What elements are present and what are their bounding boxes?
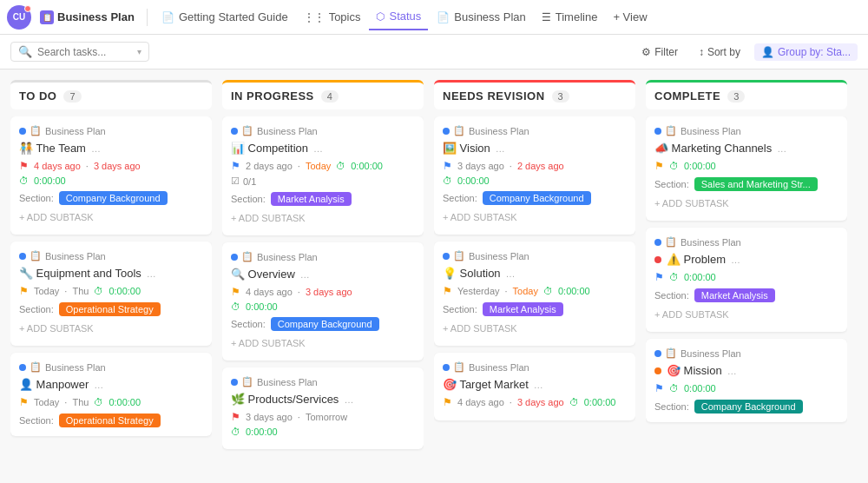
filter-button[interactable]: ⚙ Filter: [635, 43, 685, 61]
card-section: Section: Company Background: [443, 191, 627, 205]
filter-label: Filter: [654, 46, 678, 58]
card-products[interactable]: 📋 Business Plan 🌿 Products/Services … ⚑ …: [222, 367, 424, 449]
section-label: Section:: [443, 304, 477, 314]
expand-icon: …: [94, 380, 103, 390]
board-icon: 📋: [241, 125, 253, 136]
card-overview[interactable]: 📋 Business Plan 🔍 Overview … ⚑ 4 days ag…: [222, 242, 424, 361]
project-name: Business Plan: [45, 362, 106, 373]
tab-add-view-label: + View: [613, 10, 647, 23]
card-manpower[interactable]: 📋 Business Plan 👤 Manpower … ⚑ Today · T…: [10, 353, 212, 436]
time-value: 0:00:00: [108, 397, 141, 407]
card-the-team[interactable]: 📋 Business Plan 🧑‍🤝‍🧑 The Team … ⚑ 4 day…: [10, 116, 212, 235]
project-dot: [443, 253, 450, 260]
add-subtask-button[interactable]: + ADD SUBTASK: [19, 208, 203, 226]
board-icon: 📋: [665, 125, 677, 136]
project-name: Business Plan: [257, 377, 318, 387]
section-label: Section:: [19, 193, 54, 203]
time-value: 0:00:00: [246, 301, 278, 312]
tab-getting-started[interactable]: 📄 Getting Started Guide: [155, 4, 295, 30]
card-project: 📋 Business Plan: [654, 125, 838, 136]
time-icon: ⏱: [669, 272, 679, 282]
inprogress-title: IN PROGRESS: [231, 89, 314, 103]
card-problem[interactable]: 📋 Business Plan ⚠️ Problem … ⚑ ⏱ 0:00:00…: [646, 228, 847, 332]
expand-icon: …: [91, 143, 101, 154]
card-competition[interactable]: 📋 Business Plan 📊 Competition … ⚑ 2 days…: [222, 116, 424, 235]
task-title: 🖼️ Vision: [443, 142, 490, 155]
section-tag[interactable]: Company Background: [59, 191, 168, 205]
task-title: 🔧 Equipment and Tools: [19, 267, 141, 280]
section-tag[interactable]: Market Analysis: [483, 302, 563, 316]
nav-divider: [147, 9, 148, 26]
add-subtask-button[interactable]: + ADD SUBTASK: [443, 320, 627, 337]
section-label: Section:: [443, 193, 477, 203]
task-title: 🔍 Overview: [231, 268, 295, 281]
expand-icon: …: [731, 255, 740, 265]
add-subtask-button[interactable]: + ADD SUBTASK: [231, 334, 415, 352]
add-subtask-button[interactable]: + ADD SUBTASK: [19, 320, 203, 337]
project-dot: [654, 239, 661, 246]
time-value: 0:00:00: [558, 286, 590, 296]
card-project: 📋 Business Plan: [19, 361, 203, 373]
add-subtask-button[interactable]: + ADD SUBTASK: [654, 195, 838, 212]
group-by-button[interactable]: 👤 Group by: Sta...: [754, 43, 858, 61]
add-subtask-button[interactable]: + ADD SUBTASK: [654, 306, 838, 323]
flag-icon: ⚑: [231, 411, 240, 423]
sort-button[interactable]: ↕ Sort by: [692, 43, 747, 61]
card-meta: ⚑ 2 days ago · Today ⏱ 0:00:00: [231, 160, 415, 172]
card-title: 🎯 Mission …: [654, 364, 838, 377]
card-project: 📋 Business Plan: [443, 125, 627, 136]
nav-tabs: 📄 Getting Started Guide ⋮⋮ Topics ⬡ Stat…: [155, 4, 654, 30]
sort-icon: ↕: [699, 46, 704, 58]
date-start: Today: [34, 286, 59, 296]
needsrevision-scroll: 📋 Business Plan 🖼️ Vision … ⚑ 3 days ago…: [434, 116, 635, 473]
card-target-market[interactable]: 📋 Business Plan 🎯 Target Market … ⚑ 4 da…: [434, 353, 635, 420]
add-subtask-button[interactable]: + ADD SUBTASK: [443, 208, 627, 226]
project-name: Business Plan: [45, 251, 106, 261]
card-mission[interactable]: 📋 Business Plan 🎯 Mission … ⚑ ⏱ 0:00:00 …: [646, 339, 847, 422]
section-tag[interactable]: Operational Strategy: [59, 414, 161, 427]
search-input[interactable]: [37, 46, 132, 58]
card-time: ⏱ 0:00:00: [231, 427, 415, 437]
section-tag[interactable]: Market Analysis: [694, 288, 775, 302]
project-name: Business Plan: [469, 251, 529, 261]
workspace-switcher[interactable]: 📋 Business Plan: [35, 5, 140, 30]
tab-status[interactable]: ⬡ Status: [369, 4, 428, 30]
column-header-inprogress: IN PROGRESS 4: [222, 80, 424, 109]
time-icon: ⏱: [669, 161, 679, 171]
section-tag[interactable]: Company Background: [694, 400, 803, 414]
project-name: Business Plan: [45, 126, 106, 136]
board-icon: 📋: [665, 347, 677, 359]
complete-scroll: 📋 Business Plan 📣 Marketing Channels … ⚑…: [646, 116, 847, 473]
add-subtask-button[interactable]: + ADD SUBTASK: [231, 209, 415, 227]
business-plan-icon: 📄: [437, 11, 450, 23]
card-marketing-channels[interactable]: 📋 Business Plan 📣 Marketing Channels … ⚑…: [646, 116, 847, 221]
tab-topics[interactable]: ⋮⋮ Topics: [297, 4, 368, 30]
card-meta: ⚑ ⏱ 0:00:00: [654, 382, 838, 394]
tab-business-plan[interactable]: 📄 Business Plan: [430, 4, 532, 30]
card-equipment[interactable]: 📋 Business Plan 🔧 Equipment and Tools … …: [10, 242, 212, 346]
section-tag[interactable]: Company Background: [483, 191, 591, 205]
column-header-todo: TO DO 7: [10, 80, 212, 109]
tab-status-label: Status: [389, 10, 421, 23]
time-icon: ⏱: [231, 427, 240, 437]
column-needsrevision: NEEDS REVISION 3 📋 Business Plan 🖼️ Visi…: [434, 80, 635, 473]
card-meta: ⚑ Yesterday · Today ⏱ 0:00:00: [443, 285, 627, 297]
date-start: 2 days ago: [246, 161, 293, 171]
card-solution[interactable]: 📋 Business Plan 💡 Solution … ⚑ Yesterday…: [434, 242, 635, 346]
complete-count: 3: [727, 90, 745, 103]
tab-timeline[interactable]: ☰ Timeline: [535, 4, 605, 30]
time-value: 0:00:00: [584, 397, 616, 407]
section-tag[interactable]: Sales and Marketing Str...: [694, 177, 818, 191]
section-tag[interactable]: Company Background: [271, 317, 379, 331]
flag-icon: ⚑: [654, 382, 664, 394]
flag-icon: ⚑: [231, 286, 240, 298]
time-value: 0:00:00: [246, 427, 278, 437]
section-label: Section:: [19, 304, 54, 314]
section-tag[interactable]: Market Analysis: [271, 192, 352, 206]
section-tag[interactable]: Operational Strategy: [59, 302, 161, 316]
search-box[interactable]: 🔍 ▾: [10, 42, 149, 62]
card-title: 🎯 Target Market …: [443, 378, 627, 391]
card-title: 📣 Marketing Channels …: [654, 142, 838, 155]
card-vision[interactable]: 📋 Business Plan 🖼️ Vision … ⚑ 3 days ago…: [434, 116, 635, 235]
tab-add-view[interactable]: + View: [606, 4, 654, 30]
